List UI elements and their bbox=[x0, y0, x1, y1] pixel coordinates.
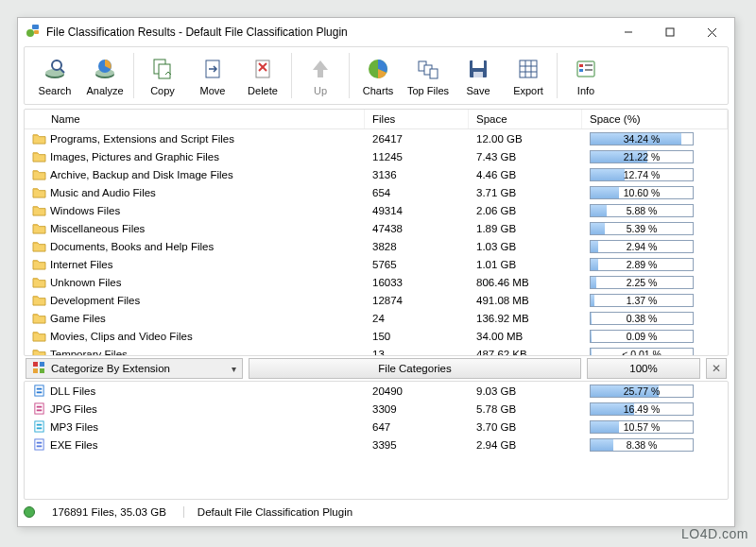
save-icon bbox=[465, 56, 491, 82]
folder-icon bbox=[32, 330, 46, 342]
percent-bar: 10.60 % bbox=[590, 186, 694, 199]
panel-close-button[interactable]: ✕ bbox=[706, 358, 727, 379]
extension-list[interactable]: DLL Files204909.03 GB25.77 %JPG Files330… bbox=[25, 382, 728, 499]
row-name: EXE Files bbox=[50, 439, 98, 451]
table-row[interactable]: Images, Pictures and Graphic Files112457… bbox=[25, 147, 728, 165]
row-files: 24 bbox=[365, 313, 469, 324]
up-icon bbox=[307, 56, 334, 82]
delete-label: Delete bbox=[248, 85, 278, 96]
row-name: Archive, Backup and Disk Image Files bbox=[50, 169, 233, 180]
svg-rect-26 bbox=[473, 72, 483, 77]
table-row[interactable]: Archive, Backup and Disk Image Files3136… bbox=[25, 165, 728, 183]
table-row[interactable]: Movies, Clips and Video Files15034.00 MB… bbox=[25, 327, 728, 345]
svg-rect-48 bbox=[37, 424, 43, 426]
row-space: 491.08 MB bbox=[469, 295, 582, 306]
filetype-icon bbox=[32, 385, 46, 397]
folder-icon bbox=[32, 312, 46, 324]
row-name: Temporary Files bbox=[50, 349, 128, 356]
minimize-button[interactable] bbox=[608, 19, 649, 45]
up-button: Up bbox=[296, 50, 345, 101]
percent-bar: 1.37 % bbox=[590, 294, 694, 307]
row-files: 647 bbox=[365, 421, 469, 433]
delete-button[interactable]: Delete bbox=[238, 50, 287, 101]
info-button[interactable]: Info bbox=[561, 50, 610, 101]
svg-rect-35 bbox=[585, 64, 593, 66]
svg-point-9 bbox=[52, 60, 61, 70]
zoom-button[interactable]: 100% bbox=[587, 358, 700, 379]
categorize-dropdown[interactable]: Categorize By Extension ▾ bbox=[26, 358, 243, 379]
table-row[interactable]: Unknown Files16033806.46 MB2.25 % bbox=[25, 273, 728, 291]
svg-rect-52 bbox=[37, 445, 43, 447]
svg-rect-27 bbox=[520, 60, 537, 77]
table-row[interactable]: Music and Audio Files6543.71 GB10.60 % bbox=[25, 183, 728, 201]
export-button[interactable]: Export bbox=[504, 50, 553, 101]
percent-bar: 5.39 % bbox=[590, 222, 694, 235]
table-row[interactable]: Internet Files57651.01 GB2.89 % bbox=[25, 255, 728, 273]
row-space: 3.70 GB bbox=[469, 421, 582, 433]
status-bar: 176891 Files, 35.03 GB Default File Clas… bbox=[24, 502, 729, 522]
table-row[interactable]: Temporary Files13487.62 KB< 0.01 % bbox=[25, 345, 728, 355]
table-row[interactable]: JPG Files33095.78 GB16.49 % bbox=[25, 400, 728, 418]
move-button[interactable]: Move bbox=[188, 50, 237, 101]
header-space[interactable]: Space bbox=[469, 110, 582, 128]
percent-bar: 10.57 % bbox=[590, 420, 694, 434]
toolbar: Search Analyze Copy Move Delete Up Chart… bbox=[24, 46, 729, 105]
row-files: 3136 bbox=[365, 169, 469, 180]
folder-icon bbox=[32, 186, 46, 198]
file-categories-button[interactable]: File Categories bbox=[249, 358, 581, 379]
table-row[interactable]: MP3 Files6473.70 GB10.57 % bbox=[25, 418, 728, 436]
chevron-down-icon: ▾ bbox=[232, 364, 236, 374]
header-pct[interactable]: Space (%) bbox=[582, 110, 728, 128]
table-row[interactable]: Development Files12874491.08 MB1.37 % bbox=[25, 291, 728, 309]
export-label: Export bbox=[513, 85, 543, 96]
extension-panel: DLL Files204909.03 GB25.77 %JPG Files330… bbox=[24, 381, 729, 500]
analyze-button[interactable]: Analyze bbox=[80, 50, 129, 101]
header-files[interactable]: Files bbox=[365, 110, 469, 128]
percent-bar: 0.38 % bbox=[590, 312, 694, 325]
info-icon bbox=[573, 56, 599, 82]
row-name: Game Files bbox=[50, 313, 106, 324]
svg-rect-17 bbox=[256, 60, 269, 77]
table-row[interactable]: Programs, Extensions and Script Files264… bbox=[25, 129, 728, 147]
row-space: 12.00 GB bbox=[469, 133, 582, 145]
row-name: Windows Files bbox=[50, 205, 120, 216]
percent-bar: 2.25 % bbox=[590, 276, 694, 289]
table-row[interactable]: Miscellaneous Files474381.89 GB5.39 % bbox=[25, 219, 728, 237]
table-row[interactable]: Game Files24136.92 MB0.38 % bbox=[25, 309, 728, 327]
toolbar-divider bbox=[133, 53, 134, 98]
folder-icon bbox=[32, 240, 46, 252]
close-button[interactable] bbox=[691, 19, 732, 45]
row-space: 487.62 KB bbox=[469, 349, 582, 356]
svg-rect-51 bbox=[37, 442, 43, 444]
percent-bar: 34.24 % bbox=[590, 132, 694, 145]
save-label: Save bbox=[466, 85, 490, 96]
percent-bar: 21.22 % bbox=[590, 150, 694, 163]
save-button[interactable]: Save bbox=[454, 50, 503, 101]
folder-icon bbox=[32, 276, 46, 288]
charts-button[interactable]: Charts bbox=[353, 50, 403, 101]
grid-icon bbox=[32, 361, 45, 376]
topfiles-icon bbox=[415, 56, 441, 82]
row-space: 136.92 MB bbox=[469, 313, 582, 324]
table-row[interactable]: Windows Files493142.06 GB5.88 % bbox=[25, 201, 728, 219]
category-list[interactable]: Programs, Extensions and Script Files264… bbox=[25, 129, 728, 355]
table-row[interactable]: Documents, Books and Help Files38281.03 … bbox=[25, 237, 728, 255]
topfiles-label: Top Files bbox=[407, 85, 449, 96]
table-row[interactable]: DLL Files204909.03 GB25.77 % bbox=[25, 382, 728, 400]
copy-button[interactable]: Copy bbox=[138, 50, 187, 101]
header-name[interactable]: Name bbox=[25, 110, 365, 128]
svg-rect-25 bbox=[472, 60, 484, 68]
maximize-button[interactable] bbox=[649, 19, 691, 45]
folder-icon bbox=[32, 348, 46, 355]
folder-icon bbox=[32, 258, 46, 270]
row-files: 20490 bbox=[365, 385, 469, 397]
table-row[interactable]: EXE Files33952.94 GB8.38 % bbox=[25, 436, 728, 453]
svg-rect-41 bbox=[35, 385, 43, 396]
search-button[interactable]: Search bbox=[30, 50, 79, 101]
topfiles-button[interactable]: Top Files bbox=[404, 50, 453, 101]
svg-rect-40 bbox=[40, 368, 44, 373]
row-space: 806.46 MB bbox=[469, 277, 582, 288]
folder-icon bbox=[32, 204, 46, 216]
filetype-icon bbox=[32, 438, 46, 451]
row-files: 11245 bbox=[365, 151, 469, 162]
